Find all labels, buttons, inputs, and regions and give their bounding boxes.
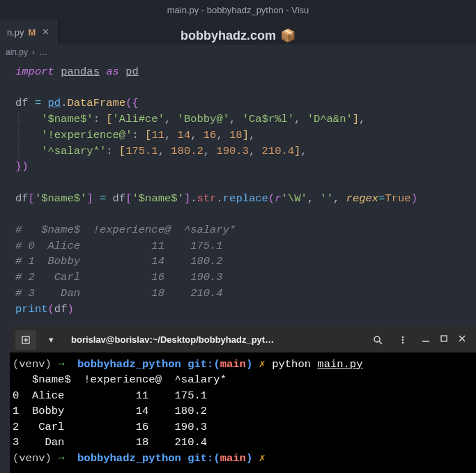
comment-row: # 0 Alice 11 175.1 bbox=[15, 240, 223, 252]
class-dataframe: DataFrame bbox=[67, 97, 125, 109]
dict-key-salary: '^salary*' bbox=[41, 145, 106, 157]
close-icon bbox=[458, 334, 466, 343]
breadcrumb-more: … bbox=[39, 47, 47, 57]
prompt-arrow-icon: → bbox=[58, 358, 64, 371]
watermark: bobbyhadz.com 📦 bbox=[181, 28, 295, 43]
cube-icon: 📦 bbox=[280, 28, 295, 43]
search-button[interactable] bbox=[367, 330, 388, 350]
terminal-title: borislav@borislav:~/Desktop/bobbyhadz_py… bbox=[66, 334, 363, 345]
tab-dropdown-button[interactable]: ▾ bbox=[40, 330, 61, 350]
maximize-icon bbox=[440, 334, 448, 343]
new-tab-icon bbox=[21, 335, 31, 345]
svg-point-7 bbox=[402, 341, 404, 343]
tab-modified-indicator: M bbox=[29, 27, 36, 38]
close-brace: }) bbox=[15, 160, 29, 173]
fn-print: print bbox=[15, 303, 48, 316]
var-df: df bbox=[15, 97, 29, 109]
minimize-button[interactable] bbox=[422, 334, 430, 345]
svg-point-5 bbox=[402, 336, 404, 338]
comment-row: # 3 Dan 18 210.4 bbox=[15, 287, 223, 300]
maximize-button[interactable] bbox=[440, 334, 448, 345]
dict-key-name: '$name$' bbox=[41, 113, 93, 125]
alias-pd: pd bbox=[125, 65, 139, 78]
terminal-panel: ▾ borislav@borislav:~/Desktop/bobbyhadz_… bbox=[10, 327, 476, 474]
dict-key-exp: '!experience@' bbox=[41, 129, 132, 141]
svg-rect-9 bbox=[441, 336, 447, 341]
chevron-right-icon: › bbox=[32, 47, 35, 57]
comment-header: # $name$ !experience@ ^salary* bbox=[15, 224, 236, 236]
keyword-as: as bbox=[106, 65, 119, 78]
file-tab[interactable]: n.py M × bbox=[0, 20, 59, 45]
svg-point-3 bbox=[374, 336, 380, 342]
close-icon[interactable]: × bbox=[40, 26, 51, 38]
comment-row: # 2 Carl 16 190.3 bbox=[15, 271, 223, 284]
keyword-import: import bbox=[15, 65, 54, 78]
new-tab-button[interactable] bbox=[15, 330, 36, 350]
search-icon bbox=[373, 335, 383, 345]
term-output-row: 2 Carl 16 190.3 bbox=[13, 421, 207, 433]
svg-point-6 bbox=[402, 339, 404, 341]
kebab-icon bbox=[398, 335, 408, 345]
window-title: main.py - bobbyhadz_python - Visu bbox=[167, 5, 309, 15]
op-assign: = bbox=[35, 97, 41, 109]
menu-button[interactable] bbox=[392, 330, 413, 350]
term-output-row: 1 Bobby 14 180.2 bbox=[13, 405, 207, 417]
watermark-text: bobbyhadz.com bbox=[181, 29, 276, 43]
svg-line-4 bbox=[379, 341, 382, 344]
ref-pd: pd bbox=[48, 97, 61, 109]
window-title-bar: main.py - bobbyhadz_python - Visu bbox=[0, 0, 476, 20]
prompt-venv: (venv) bbox=[13, 358, 52, 371]
term-output-header: $name$ !experience@ ^salary* bbox=[13, 373, 227, 386]
breadcrumb[interactable]: ain.py › … bbox=[0, 45, 476, 60]
breadcrumb-file: ain.py bbox=[6, 47, 28, 57]
method-replace: replace bbox=[223, 192, 268, 205]
comment-row: # 1 Bobby 14 180.2 bbox=[15, 255, 223, 267]
cmd-file: main.py bbox=[317, 358, 362, 371]
prompt-branch: main bbox=[220, 358, 246, 371]
terminal-titlebar: ▾ borislav@borislav:~/Desktop/bobbyhadz_… bbox=[10, 327, 476, 352]
open-brace: ({ bbox=[125, 97, 139, 109]
term-output-row: 0 Alice 11 175.1 bbox=[13, 389, 207, 402]
terminal-body[interactable]: (venv) → bobbyhadz_python git:(main) ✗ p… bbox=[10, 352, 476, 474]
dirty-icon: ✗ bbox=[259, 358, 266, 371]
close-button[interactable] bbox=[458, 334, 466, 345]
minimize-icon bbox=[422, 334, 430, 343]
cmd-python: python bbox=[272, 358, 311, 371]
chevron-down-icon: ▾ bbox=[49, 334, 54, 345]
prompt-git: git: bbox=[187, 358, 213, 371]
term-output-row: 3 Dan 18 210.4 bbox=[13, 436, 207, 449]
prompt-dir: bobbyhadz_python bbox=[77, 358, 181, 371]
tab-file-name: n.py bbox=[7, 27, 24, 38]
module-pandas: pandas bbox=[61, 65, 100, 78]
code-editor[interactable]: import pandas as pd df = pd.DataFrame({ … bbox=[0, 60, 476, 321]
